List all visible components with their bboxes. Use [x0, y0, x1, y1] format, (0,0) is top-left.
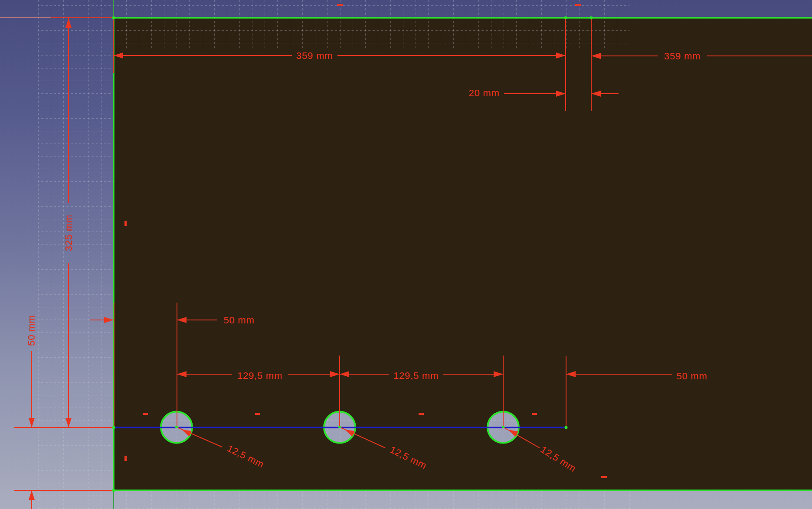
vertex-line-start[interactable] [112, 426, 115, 429]
hole1-center-point[interactable] [175, 426, 178, 428]
horizontal-constraint-icon[interactable] [532, 413, 537, 415]
dimension-label-hole-spacing-2[interactable]: 129,5 mm [393, 370, 439, 382]
horizontal-constraint-icon[interactable] [143, 413, 148, 415]
horizontal-constraint-icon[interactable] [337, 4, 343, 6]
vertex-bottom-left[interactable] [112, 489, 115, 492]
vertical-constraint-icon[interactable] [124, 456, 127, 461]
sketch-scene [0, 0, 812, 509]
dimension-label-hole-spacing-1[interactable]: 129,5 mm [237, 370, 282, 382]
dimension-label-height[interactable]: 325 mm [63, 215, 75, 251]
dimension-label-hole1-from-left[interactable]: 50 mm [223, 315, 254, 326]
vertex-notch-left[interactable] [564, 16, 567, 20]
horizontal-constraint-icon[interactable] [575, 4, 581, 6]
dimension-label-notch[interactable]: 20 mm [468, 88, 499, 99]
horizontal-constraint-icon[interactable] [255, 413, 260, 415]
hole3-center-point[interactable] [502, 426, 504, 428]
horizontal-constraint-icon[interactable] [601, 476, 607, 478]
part-face[interactable] [114, 18, 812, 490]
vertex-top-left[interactable] [112, 16, 115, 20]
vertical-constraint-icon[interactable] [124, 221, 127, 226]
dimension-bottom-offset[interactable] [29, 351, 35, 509]
vertex-line-end[interactable] [565, 426, 568, 429]
dimension-label-width-right[interactable]: 359 mm [664, 51, 701, 62]
dimension-label-width-left[interactable]: 359 mm [296, 50, 333, 62]
dimension-label-right-offset[interactable]: 50 mm [676, 371, 707, 382]
dimension-label-bottom-offset[interactable]: 50 mm [26, 315, 37, 346]
hole2-center-point[interactable] [338, 426, 341, 428]
vertex-notch-right[interactable] [590, 16, 593, 20]
freecad-3d-viewport[interactable]: 359 mm 359 mm 20 mm 325 mm 50 mm 50 mm 1… [0, 0, 812, 509]
horizontal-constraint-icon[interactable] [419, 413, 424, 415]
